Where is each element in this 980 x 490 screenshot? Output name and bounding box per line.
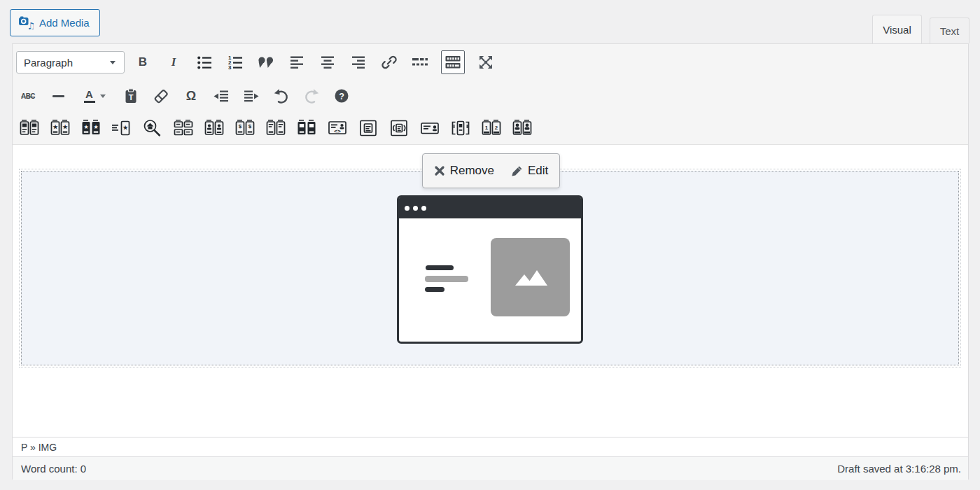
shortcode-agents-button[interactable] bbox=[204, 118, 224, 138]
svg-text:1: 1 bbox=[485, 125, 489, 131]
shortcode-listings-carousel-button[interactable] bbox=[451, 118, 470, 138]
listings-pagination-icon: 12 bbox=[481, 119, 502, 137]
svg-text:3: 3 bbox=[228, 64, 232, 71]
shortcode-author-card-button[interactable] bbox=[420, 118, 440, 138]
author-card-icon bbox=[419, 119, 440, 137]
text-color-button[interactable]: A bbox=[78, 86, 111, 106]
selected-paragraph[interactable] bbox=[21, 171, 959, 365]
shortcode-author-code-button[interactable]: <> bbox=[328, 118, 347, 138]
fullscreen-icon bbox=[478, 55, 493, 70]
align-right-icon bbox=[350, 54, 367, 71]
text-color-icon: A bbox=[84, 89, 95, 103]
paste-as-text-icon: T bbox=[123, 88, 139, 104]
align-center-button[interactable] bbox=[318, 52, 337, 72]
shortcode-article-embed-button[interactable] bbox=[389, 118, 409, 138]
listings-featured-icon: ★★ bbox=[50, 119, 71, 137]
word-count: Word count: 0 bbox=[21, 463, 86, 475]
align-right-button[interactable] bbox=[349, 52, 368, 72]
svg-text:<>: <> bbox=[334, 128, 341, 134]
strikethrough-button[interactable]: ABC bbox=[18, 86, 38, 106]
remove-image-button[interactable]: Remove bbox=[434, 164, 494, 178]
format-select[interactable]: Paragraph bbox=[16, 51, 125, 74]
shortcode-listings-featured-solid-button[interactable]: ★★ bbox=[81, 118, 101, 138]
shortcode-agents-solid-button[interactable] bbox=[512, 118, 532, 138]
svg-text:★: ★ bbox=[122, 125, 128, 131]
element-path-bar[interactable]: P » IMG bbox=[13, 437, 968, 456]
numbered-list-icon: 1 2 3 bbox=[227, 54, 244, 71]
link-button[interactable] bbox=[379, 52, 399, 72]
agents-icon bbox=[204, 119, 225, 137]
blockquote-icon bbox=[258, 56, 274, 69]
search-home-icon bbox=[142, 119, 163, 137]
align-left-button[interactable] bbox=[287, 52, 307, 72]
outdent-icon bbox=[213, 89, 230, 104]
shortcode-listings-grid-button[interactable] bbox=[174, 118, 193, 138]
shortcode-listings-price-button[interactable]: $$ bbox=[235, 118, 255, 138]
listings-icon bbox=[19, 119, 40, 137]
listings-carousel-icon bbox=[450, 119, 471, 137]
read-more-button[interactable] bbox=[410, 52, 430, 72]
special-character-button[interactable]: Ω bbox=[181, 86, 201, 106]
pencil-icon bbox=[511, 165, 523, 177]
clear-formatting-button[interactable] bbox=[151, 86, 171, 106]
shortcode-listings-text-button[interactable] bbox=[266, 118, 286, 138]
blockquote-button[interactable] bbox=[256, 52, 276, 72]
outdent-button[interactable] bbox=[211, 86, 231, 106]
tab-visual[interactable]: Visual bbox=[872, 15, 922, 43]
strikethrough-icon: ABC bbox=[21, 92, 35, 100]
listings-featured-solid-icon: ★★ bbox=[80, 119, 102, 137]
tab-visual-label: Visual bbox=[883, 24, 911, 36]
listings-text-icon bbox=[265, 119, 286, 137]
eraser-icon bbox=[153, 88, 169, 104]
paste-as-text-button[interactable]: T bbox=[121, 86, 141, 106]
link-icon bbox=[381, 54, 398, 71]
svg-text:★: ★ bbox=[62, 124, 68, 130]
svg-text:?: ? bbox=[339, 92, 344, 102]
text-line-graphic bbox=[425, 276, 468, 282]
inserted-image[interactable] bbox=[397, 195, 583, 344]
shortcode-listings-button[interactable] bbox=[20, 118, 39, 138]
shortcode-listings-featured-button[interactable]: ★★ bbox=[50, 118, 70, 138]
redo-button[interactable] bbox=[302, 86, 321, 106]
shortcode-search-listing-button[interactable] bbox=[143, 118, 162, 138]
svg-text:★: ★ bbox=[83, 124, 88, 130]
toolbar-toggle-button[interactable] bbox=[441, 50, 465, 74]
horizontal-rule-icon bbox=[52, 95, 64, 97]
fullscreen-button[interactable] bbox=[476, 52, 496, 72]
editor-container: Paragraph B I 1 2 3 bbox=[12, 43, 969, 479]
shortcode-listings-solid-button[interactable] bbox=[297, 118, 316, 138]
shortcode-listing-list-button[interactable]: ★ bbox=[112, 118, 132, 138]
indent-button[interactable] bbox=[241, 86, 261, 106]
add-media-icon: ♫ bbox=[18, 16, 34, 29]
italic-button[interactable]: I bbox=[164, 52, 183, 72]
bulleted-list-icon bbox=[196, 54, 213, 71]
toolbar-toggle-icon bbox=[444, 55, 461, 69]
svg-text:2: 2 bbox=[495, 125, 498, 131]
redo-icon bbox=[303, 88, 320, 104]
horizontal-rule-button[interactable] bbox=[48, 86, 68, 106]
undo-button[interactable] bbox=[272, 86, 291, 106]
autosave-message: Draft saved at 3:16:28 pm. bbox=[837, 463, 961, 475]
help-icon: ? bbox=[334, 88, 349, 104]
add-media-label: Add Media bbox=[39, 17, 90, 29]
edit-image-button[interactable]: Edit bbox=[511, 164, 548, 178]
element-path: P » IMG bbox=[21, 442, 57, 453]
add-media-button[interactable]: ♫ Add Media bbox=[10, 9, 100, 36]
window-dot bbox=[421, 206, 426, 211]
shortcode-listings-pagination-button[interactable]: 12 bbox=[482, 118, 501, 138]
bold-icon: B bbox=[139, 55, 147, 69]
numbered-list-button[interactable]: 1 2 3 bbox=[225, 52, 245, 72]
bold-button[interactable]: B bbox=[133, 52, 153, 72]
classic-editor-page: ♫ Add Media Visual Text Paragraph B I bbox=[0, 0, 980, 490]
shortcode-article-box-button[interactable] bbox=[358, 118, 378, 138]
read-more-icon bbox=[412, 57, 428, 68]
browser-titlebar-graphic bbox=[399, 197, 581, 218]
listing-list-icon: ★ bbox=[111, 119, 132, 137]
editor-content-area[interactable]: Remove Edit bbox=[13, 145, 968, 437]
window-dot bbox=[405, 206, 410, 211]
bulleted-list-button[interactable] bbox=[195, 52, 214, 72]
help-button[interactable]: ? bbox=[332, 86, 351, 106]
author-code-icon: <> bbox=[327, 119, 348, 137]
svg-text:T: T bbox=[129, 93, 134, 102]
tab-text[interactable]: Text bbox=[930, 18, 969, 43]
